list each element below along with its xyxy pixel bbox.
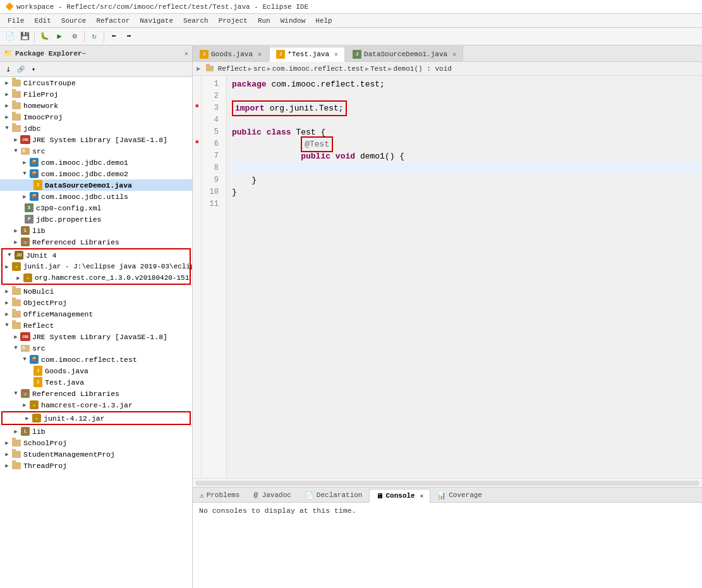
toggle-icon[interactable]: ▶ bbox=[14, 275, 23, 282]
close-btn[interactable]: ✕ bbox=[185, 50, 188, 57]
tree-item-pkg-reflect-test[interactable]: ▼ 📦 com.imooc.reflect.test bbox=[0, 354, 192, 365]
toggle-icon[interactable]: ▶ bbox=[11, 227, 20, 234]
tree-item-c3p0[interactable]: X c3p0-config.xml bbox=[0, 202, 192, 213]
menu-search[interactable]: Search bbox=[178, 14, 214, 27]
menu-btn[interactable]: ▾ bbox=[28, 64, 39, 75]
tree-item-junit-jar[interactable]: ▶ ☕ junit.jar - J:\eclipse java 2019-03\… bbox=[3, 261, 190, 272]
tab-coverage[interactable]: 📊 Coverage bbox=[430, 488, 489, 502]
toggle-icon[interactable]: ▶ bbox=[3, 462, 11, 469]
tree-content[interactable]: ▶ CircusTroupe ▶ FileProj ▶ homework bbox=[0, 77, 192, 588]
tree-item-src-reflect[interactable]: ▼ src bbox=[0, 342, 192, 354]
toggle-icon[interactable]: ▶ bbox=[3, 91, 11, 98]
tree-item-Test-java[interactable]: J Test.java bbox=[0, 376, 192, 388]
toggle-icon[interactable]: ▶ bbox=[3, 299, 11, 306]
hscroll-track[interactable] bbox=[195, 481, 699, 486]
tree-item-lib-reflect[interactable]: ▶ L lib bbox=[0, 426, 192, 437]
toggle-icon[interactable]: ▼ bbox=[11, 345, 20, 351]
toggle-icon[interactable]: ▼ bbox=[11, 148, 20, 154]
breadcrumb-method[interactable]: demo1() : void bbox=[393, 65, 451, 73]
tree-item-lib-jdbc[interactable]: ▶ L lib bbox=[0, 225, 192, 236]
menu-run[interactable]: Run bbox=[253, 14, 275, 27]
toggle-icon[interactable]: ▶ bbox=[3, 80, 11, 87]
toggle-icon[interactable]: ▼ bbox=[11, 390, 20, 397]
toggle-icon[interactable]: ▶ bbox=[20, 159, 29, 166]
toggle-icon[interactable]: ▶ bbox=[3, 451, 11, 458]
tree-item-ImoocProj[interactable]: ▶ ImoocProj bbox=[0, 111, 192, 123]
tab-close-icon[interactable]: ✕ bbox=[258, 51, 262, 58]
toggle-icon[interactable]: ▶ bbox=[20, 402, 29, 409]
toggle-icon[interactable]: ▶ bbox=[3, 263, 11, 270]
tree-item-jdbc[interactable]: ▼ jdbc bbox=[0, 123, 192, 134]
tree-item-hamcrest-jar[interactable]: ▶ ☕ org.hamcrest.core_1.3.0.v20180420-15… bbox=[3, 272, 190, 284]
new-btn[interactable]: 📄 bbox=[3, 30, 16, 44]
toggle-icon[interactable]: ▶ bbox=[11, 136, 20, 143]
menu-edit[interactable]: Edit bbox=[29, 14, 56, 27]
toggle-icon[interactable]: ▶ bbox=[23, 415, 32, 422]
tree-item-hamcrest-jar2[interactable]: ▶ ☕ hamcrest-core-1.3.jar bbox=[0, 399, 192, 411]
toggle-icon[interactable]: ▼ bbox=[3, 125, 11, 131]
tree-item-NoBulci[interactable]: ▶ NoBulci bbox=[0, 285, 192, 297]
tree-item-Reflect[interactable]: ▼ Reflect bbox=[0, 320, 192, 331]
refresh-btn[interactable]: ↻ bbox=[87, 30, 101, 44]
run-btn[interactable]: ▶ bbox=[52, 30, 66, 44]
save-btn[interactable]: 💾 bbox=[18, 30, 32, 44]
tree-item-CircusTroupe[interactable]: ▶ CircusTroupe bbox=[0, 77, 192, 88]
code-editor[interactable]: ✖ ✖ 1 2 3 4 5 6 7 8 9 10 bbox=[193, 76, 702, 478]
toggle-icon[interactable]: ▶ bbox=[20, 193, 29, 200]
tree-item-jre-jdbc[interactable]: ▶ JRE JRE System Library [JavaSE-1.8] bbox=[0, 134, 192, 145]
tab-console[interactable]: 🖥 Console ✕ bbox=[369, 489, 430, 503]
menu-help[interactable]: Help bbox=[310, 14, 337, 27]
menu-project[interactable]: Project bbox=[214, 14, 253, 27]
tab-javadoc[interactable]: @ Javadoc bbox=[246, 488, 298, 502]
tree-item-jdbc-properties[interactable]: P jdbc.properties bbox=[0, 213, 192, 225]
tree-item-junit-jar2[interactable]: ▶ ☕ junit-4.12.jar bbox=[3, 412, 190, 424]
tree-item-Goods-java[interactable]: J Goods.java bbox=[0, 365, 192, 376]
collapse-all-btn[interactable]: ⤓ bbox=[3, 64, 14, 75]
toggle-icon[interactable]: ▼ bbox=[3, 322, 11, 328]
tree-item-pkg-demo2[interactable]: ▼ 📦 com.imooc.jdbc.demo2 bbox=[0, 168, 192, 179]
toggle-icon[interactable]: ▶ bbox=[11, 239, 20, 246]
toggle-icon[interactable]: ▼ bbox=[20, 171, 29, 177]
link-btn[interactable]: 🔗 bbox=[15, 64, 27, 75]
tree-item-pkg-utils[interactable]: ▶ 📦 com.imooc.jdbc.utils bbox=[0, 191, 192, 202]
menu-source[interactable]: Source bbox=[56, 14, 92, 27]
menu-file[interactable]: File bbox=[3, 14, 29, 27]
debug-btn[interactable]: 🐛 bbox=[37, 30, 51, 44]
next-btn[interactable]: ➡ bbox=[122, 30, 136, 44]
code-content[interactable]: package com.imooc.reflect.test; import o… bbox=[227, 76, 702, 478]
toggle-icon[interactable]: ▶ bbox=[11, 333, 20, 340]
tree-item-src-jdbc[interactable]: ▼ src bbox=[0, 145, 192, 157]
toggle-icon[interactable]: ▶ bbox=[3, 311, 11, 318]
tab-datasource[interactable]: J DataSourceDemo1.java ✕ bbox=[346, 46, 463, 61]
toggle-icon[interactable]: ▶ bbox=[11, 428, 20, 435]
toggle-icon[interactable]: ▶ bbox=[3, 288, 11, 295]
tree-item-SchoolProj[interactable]: ▶ SchoolProj bbox=[0, 437, 192, 448]
tree-item-pkg-demo1[interactable]: ▶ 📦 com.imooc.jdbc.demo1 bbox=[0, 157, 192, 168]
breadcrumb-pkg[interactable]: com.imooc.reflect.test bbox=[272, 65, 364, 73]
tab-declaration[interactable]: 📄 Declaration bbox=[298, 488, 370, 502]
breadcrumb-class[interactable]: Test bbox=[370, 65, 387, 73]
tree-item-JUnit4[interactable]: ▼ JU JUnit 4 bbox=[3, 249, 190, 261]
tab-close-icon[interactable]: ✕ bbox=[334, 51, 338, 58]
tab-close-icon[interactable]: ✕ bbox=[452, 51, 456, 58]
toggle-icon[interactable]: ▶ bbox=[3, 440, 11, 447]
editor-scrollbar[interactable] bbox=[193, 478, 702, 487]
tree-item-ThreadProj[interactable]: ▶ ThreadProj bbox=[0, 460, 192, 471]
toggle-icon[interactable]: ▼ bbox=[5, 252, 14, 258]
console-close[interactable]: ✕ bbox=[420, 493, 423, 500]
tree-item-ref-libs-jdbc[interactable]: ▶ 📚 Referenced Libraries bbox=[0, 236, 192, 248]
tree-item-homework[interactable]: ▶ homework bbox=[0, 100, 192, 111]
toggle-icon[interactable]: ▶ bbox=[3, 102, 11, 109]
menu-window[interactable]: Window bbox=[275, 14, 311, 27]
breadcrumb-reflect[interactable]: Reflect bbox=[218, 65, 247, 73]
tree-item-ref-libs-reflect[interactable]: ▼ 📚 Referenced Libraries bbox=[0, 388, 192, 399]
tree-item-StudentManagementProj[interactable]: ▶ StudentManagementProj bbox=[0, 448, 192, 460]
tree-item-ObjectProj[interactable]: ▶ ObjectProj bbox=[0, 297, 192, 308]
tab-test[interactable]: J *Test.java ✕ bbox=[269, 47, 345, 62]
tab-problems[interactable]: ⚠ Problems bbox=[193, 488, 246, 502]
tab-goods[interactable]: J Goods.java ✕ bbox=[193, 46, 269, 61]
menu-navigate[interactable]: Navigate bbox=[135, 14, 178, 27]
toggle-icon[interactable]: ▼ bbox=[20, 356, 29, 363]
tree-item-OfficeManagement[interactable]: ▶ OfficeManagement bbox=[0, 308, 192, 320]
tree-item-DataSourceDemo1[interactable]: J DataSourceDemo1.java bbox=[0, 179, 192, 191]
